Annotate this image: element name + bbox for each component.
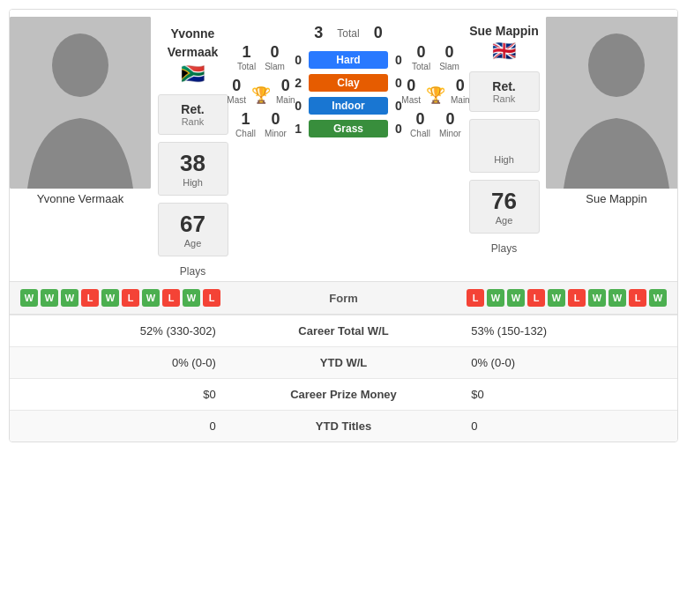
form-badge-w: W [101, 289, 119, 307]
left-stats-panel: Yvonne Vermaak 🇿🇦 Ret. Rank 38 High 67 A… [151, 17, 235, 278]
left-flag: 🇿🇦 [181, 63, 205, 85]
surface-badge: Hard [309, 51, 388, 69]
left-rank-high-box: 38 High [158, 142, 228, 196]
left-player-name: Yvonne Vermaak [151, 24, 235, 61]
form-badge-w: W [548, 289, 565, 307]
right-total: 0 [412, 43, 430, 62]
left-mast-label: Mast [227, 95, 246, 105]
top-section: Yvonne Vermaak Yvonne Vermaak 🇿🇦 Ret. Ra… [10, 10, 677, 281]
right-trophy-icon: 🏆 [426, 85, 445, 105]
right-player-name-under-photo: Sue Mappin [546, 192, 678, 205]
total-row: 3 Total 0 [314, 24, 382, 42]
left-chall: 1 [235, 110, 256, 129]
left-player-name-under-photo: Yvonne Vermaak [10, 192, 151, 205]
form-badge-w: W [487, 289, 504, 307]
right-age-value: 76 [479, 188, 530, 215]
left-rank-box: Ret. Rank [158, 94, 228, 135]
right-minor: 0 [439, 110, 461, 129]
left-total-label: Total [237, 62, 256, 71]
left-total-top: 3 [314, 24, 323, 42]
left-mast: 0 [227, 77, 246, 95]
center-surfaces: 3 Total 0 0Hard02Clay00Indoor01Grass0 [287, 17, 409, 278]
right-slam: 0 [439, 43, 459, 62]
form-badge-l: L [467, 289, 484, 307]
left-rank-high-label: High [168, 177, 219, 188]
left-slam: 0 [265, 43, 285, 62]
right-rank-high-value [479, 127, 530, 154]
right-rank-box: Ret. Rank [469, 71, 540, 112]
total-label: Total [337, 27, 359, 40]
right-flag: 🇬🇧 [492, 40, 516, 63]
form-badge-w: W [142, 289, 160, 307]
stats-row: 0% (0-0)YTD W/L0% (0-0) [10, 347, 677, 379]
surface-badge: Grass [309, 120, 388, 137]
stats-left-val: 52% (330-302) [10, 315, 230, 347]
left-stats-numbers: 1 Total 0 Slam 0 Mast 🏆 0 Main [235, 17, 287, 278]
surface-badge: Indoor [309, 97, 388, 115]
form-badge-l: L [568, 289, 586, 307]
stats-center-label: YTD W/L [230, 347, 457, 379]
stats-row: 0YTD Titles0 [10, 411, 677, 442]
stats-left-val: $0 [10, 379, 230, 411]
stats-table: 52% (330-302)Career Total W/L53% (150-13… [10, 315, 677, 442]
stats-right-val: 0% (0-0) [457, 347, 677, 379]
left-form-badges: WWWLWLWLWL [20, 289, 220, 307]
stats-left-val: 0% (0-0) [10, 347, 230, 379]
surface-badge: Clay [309, 74, 388, 92]
right-player-photo [546, 17, 678, 189]
left-total-slam-row: 1 Total 0 Slam [237, 43, 285, 71]
form-badge-w: W [20, 289, 38, 307]
surface-row-hard: 0Hard0 [287, 51, 409, 69]
right-rank-high-label: High [479, 154, 530, 165]
right-player-name: Sue Mappin [469, 24, 539, 38]
form-badge-l: L [81, 289, 99, 307]
left-rank-value: Ret. [168, 102, 219, 116]
left-player-photo [10, 17, 151, 189]
right-chall-minor-row: 0 Chall 0 Minor [410, 110, 461, 138]
stats-center-label: Career Total W/L [230, 315, 457, 347]
surface-left-val: 2 [287, 76, 302, 90]
surface-row-indoor: 0Indoor0 [287, 97, 409, 115]
form-section: WWWLWLWLWL Form LWWLWLWWLW [10, 282, 677, 314]
form-badge-l: L [629, 289, 646, 307]
surface-row-grass: 1Grass0 [287, 120, 409, 137]
stats-right-val: $0 [457, 379, 677, 411]
surface-left-val: 0 [287, 53, 302, 67]
left-age-value: 67 [168, 211, 219, 238]
surface-right-val: 0 [395, 122, 409, 136]
surface-right-val: 0 [395, 53, 409, 67]
form-badge-l: L [203, 289, 220, 307]
right-rank-high-box: High [469, 119, 540, 173]
left-chall-label: Chall [235, 129, 256, 138]
left-total: 1 [237, 43, 256, 62]
surface-rows: 0Hard02Clay00Indoor01Grass0 [287, 51, 409, 143]
left-chall-minor-row: 1 Chall 0 Minor [235, 110, 287, 138]
stats-row: $0Career Prize Money$0 [10, 379, 677, 411]
left-photo-container: Yvonne Vermaak [10, 17, 151, 278]
player-comparison-card: Yvonne Vermaak Yvonne Vermaak 🇿🇦 Ret. Ra… [9, 9, 678, 442]
left-trophy-icon: 🏆 [251, 85, 271, 105]
right-stats-numbers: 0 Total 0 Slam 0 Mast 🏆 0 Main [409, 17, 462, 278]
form-badge-w: W [183, 289, 200, 307]
right-mast: 0 [401, 77, 421, 95]
stats-center-label: YTD Titles [230, 411, 457, 442]
stats-center-label: Career Prize Money [230, 379, 457, 411]
right-photo-container: Sue Mappin [546, 17, 678, 278]
right-rank-label: Rank [479, 93, 530, 104]
right-chall: 0 [410, 110, 430, 129]
right-age-box: 76 Age [469, 180, 540, 234]
left-plays-label: Plays [180, 265, 205, 278]
surface-row-clay: 2Clay0 [287, 74, 409, 92]
left-minor: 0 [265, 110, 287, 129]
right-total-slam-row: 0 Total 0 Slam [412, 43, 459, 71]
right-form-badges: LWWLWLWWLW [467, 289, 667, 307]
left-slam-label: Slam [265, 62, 285, 71]
left-rank-label: Rank [168, 116, 219, 127]
stats-row: 52% (330-302)Career Total W/L53% (150-13… [10, 315, 677, 347]
form-badge-l: L [122, 289, 139, 307]
surface-left-val: 0 [287, 99, 302, 113]
surface-left-val: 1 [287, 122, 302, 136]
stats-right-val: 0 [457, 411, 677, 442]
right-minor-label: Minor [439, 129, 461, 138]
form-badge-w: W [609, 289, 626, 307]
